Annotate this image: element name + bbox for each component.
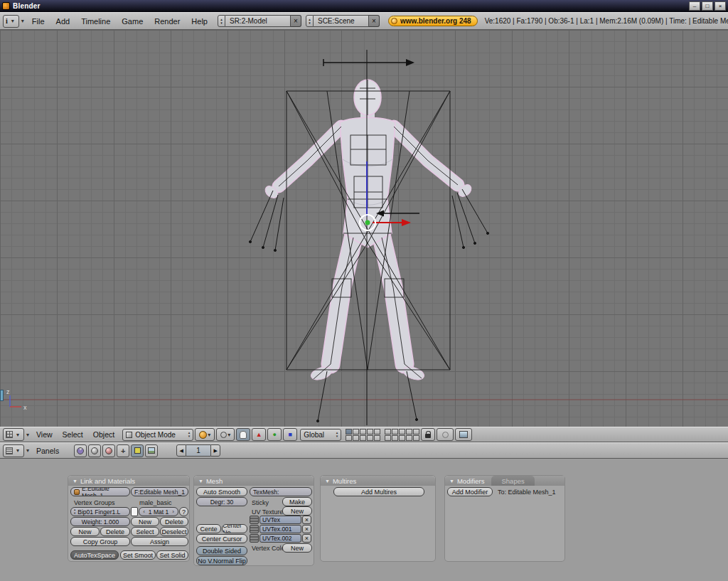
layer-toggle[interactable] xyxy=(353,429,359,435)
centre-cursor-button[interactable]: Center Cursor xyxy=(196,534,247,543)
deselect-button[interactable]: Deselect xyxy=(160,527,188,536)
layer-toggle[interactable] xyxy=(385,429,391,435)
draw-type-selector[interactable]: ▾ xyxy=(195,428,215,441)
header-menu-collapse-icon[interactable]: ▾ xyxy=(26,447,29,454)
add-multires-button[interactable]: Add Multires xyxy=(333,487,424,496)
maximize-button[interactable]: □ xyxy=(702,1,713,11)
manipulator-toggle-button[interactable] xyxy=(236,428,250,441)
layer-toggle[interactable] xyxy=(360,429,366,435)
uv-layer-icon[interactable] xyxy=(250,534,259,543)
panel-header[interactable]: ▼ Mesh xyxy=(194,476,314,486)
material-color-swatch[interactable] xyxy=(131,507,138,516)
auto-smooth-button[interactable]: Auto Smooth xyxy=(196,487,247,496)
double-sided-toggle[interactable]: Double Sided xyxy=(196,546,247,555)
layer-toggle[interactable] xyxy=(399,429,405,435)
menu-item[interactable]: Timeline xyxy=(75,15,116,28)
layer-toggle[interactable] xyxy=(399,435,405,441)
select-button[interactable]: Select xyxy=(131,527,159,536)
panel-collapse-icon[interactable]: ▼ xyxy=(73,479,77,484)
mesh-datablock-field[interactable]: E:Editable Mesh_1 xyxy=(70,487,130,496)
3d-viewport[interactable]: z x (1) Editable Mesh_1 xyxy=(0,30,728,427)
scene-browse-icon[interactable]: ▴▾ xyxy=(306,15,314,27)
layer-toggle[interactable] xyxy=(406,429,412,435)
editor-type-button[interactable]: i ▾ xyxy=(3,15,19,28)
vertex-group-selector[interactable]: ▴▾ Bip01 Finger1.L xyxy=(70,507,130,516)
panel-header[interactable]: ▼ Link and Materials xyxy=(68,476,189,486)
layer-toggle[interactable] xyxy=(374,429,380,435)
material-help-button[interactable]: ? xyxy=(179,507,188,516)
object-datablock-field[interactable]: F:Editable Mesh_1 xyxy=(131,487,188,496)
minimize-button[interactable]: – xyxy=(689,1,700,11)
object-context-button[interactable]: + xyxy=(117,444,129,457)
panel-header[interactable]: ▼ Multires xyxy=(321,476,435,486)
uv-layer-icon[interactable] xyxy=(250,525,259,533)
editing-context-button[interactable] xyxy=(131,444,144,457)
menu-item[interactable]: View xyxy=(31,429,58,440)
render-preview-button[interactable] xyxy=(455,428,472,441)
copy-group-button[interactable]: Copy Group xyxy=(70,537,130,546)
tab-shapes[interactable]: Shapes xyxy=(491,476,534,486)
menu-item[interactable]: Select xyxy=(58,429,88,440)
layer-toggle[interactable] xyxy=(367,435,373,441)
material-next-icon[interactable]: › xyxy=(171,508,176,515)
close-button[interactable]: × xyxy=(714,1,726,11)
scene-delete-button[interactable]: × xyxy=(369,15,380,27)
menu-item[interactable]: File xyxy=(26,15,50,28)
screen-browse-icon[interactable]: ▴▾ xyxy=(218,15,225,27)
menu-item[interactable]: Add xyxy=(50,15,76,28)
sticky-make-button[interactable]: Make xyxy=(282,497,312,506)
screen-name-field[interactable]: SR:2-Model xyxy=(225,15,291,27)
vgroup-delete-button[interactable]: Delete xyxy=(100,527,130,536)
vertex-color-new-button[interactable]: New xyxy=(282,543,312,553)
layer-toggle[interactable] xyxy=(374,435,380,441)
degr-field[interactable]: Degr: 30 xyxy=(196,497,247,506)
material-delete-button[interactable]: Delete xyxy=(160,517,188,526)
screen-selector[interactable]: ▴▾ SR:2-Model × xyxy=(218,15,301,27)
logic-context-button[interactable] xyxy=(74,444,87,457)
layer-toggle[interactable] xyxy=(346,435,352,441)
pivot-selector[interactable]: ▾ xyxy=(216,428,235,441)
uv-layer-delete-button[interactable]: × xyxy=(302,525,311,533)
shading-context-button[interactable] xyxy=(102,444,115,457)
material-index-field[interactable]: ‹ 1 Mat 1 › xyxy=(139,507,178,516)
uv-layer-name-field[interactable]: UVTex.002 xyxy=(259,534,301,543)
scene-context-button[interactable] xyxy=(145,444,158,457)
assign-button[interactable]: Assign xyxy=(131,537,188,546)
texmesh-field[interactable]: TexMesh: xyxy=(250,487,312,496)
menu-item[interactable]: Game xyxy=(116,15,149,28)
mode-selector[interactable]: Object Mode ▴▾ xyxy=(122,429,193,441)
editor-type-button-3d[interactable]: ▾ xyxy=(3,428,24,441)
tab-modifiers[interactable]: Modifiers xyxy=(457,477,485,485)
layer-toggle[interactable] xyxy=(353,435,359,441)
weight-slider[interactable]: Weight: 1.000 xyxy=(70,517,130,526)
scale-manipulator-button[interactable]: ■ xyxy=(283,428,297,441)
layer-toggle[interactable] xyxy=(367,429,373,435)
editor-type-button-buttons[interactable]: ▾ xyxy=(3,444,24,457)
header-collapse-icon[interactable]: ▾ xyxy=(21,18,24,24)
add-modifier-button[interactable]: Add Modifier xyxy=(447,487,493,496)
uv-new-button[interactable]: New xyxy=(282,506,312,516)
autotexspace-button[interactable]: AutoTexSpace xyxy=(70,550,119,560)
panel-collapse-icon[interactable]: ▼ xyxy=(449,479,454,484)
uv-layer-icon[interactable] xyxy=(250,516,259,524)
layer-toggle[interactable] xyxy=(413,435,419,441)
uv-layer-name-field[interactable]: UVTex.001 xyxy=(259,525,301,533)
centre-button[interactable]: Cente xyxy=(196,524,221,533)
layer-toggle[interactable] xyxy=(385,435,391,441)
orientation-selector[interactable]: Global ▴▾ xyxy=(300,429,341,441)
layer-toggle[interactable] xyxy=(406,435,412,441)
panel-collapse-icon[interactable]: ▼ xyxy=(198,479,203,484)
menu-item[interactable]: Render xyxy=(149,15,186,28)
layer-toggle[interactable] xyxy=(346,429,352,435)
set-smooth-button[interactable]: Set Smoot xyxy=(120,550,156,560)
material-new-button[interactable]: New xyxy=(131,517,159,526)
script-context-button[interactable] xyxy=(88,444,101,457)
uv-layer-name-field[interactable]: UVTex xyxy=(259,516,301,524)
rotate-manipulator-button[interactable]: ● xyxy=(267,428,282,441)
layer-toggle[interactable] xyxy=(413,429,419,435)
layer-toggle[interactable] xyxy=(360,435,366,441)
layer-toggle[interactable] xyxy=(392,435,398,441)
uv-layer-delete-button[interactable]: × xyxy=(302,516,311,524)
frame-number-field[interactable]: 1 xyxy=(186,444,210,457)
header-menu-collapse-icon[interactable]: ▾ xyxy=(26,432,29,438)
